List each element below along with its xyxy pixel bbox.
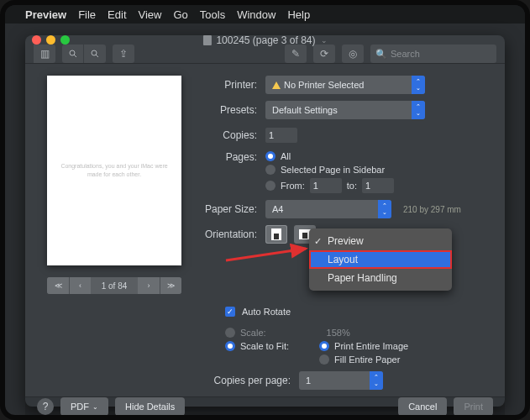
scale-radio[interactable]	[225, 328, 235, 338]
svg-line-4	[226, 249, 306, 260]
check-icon: ✓	[314, 236, 322, 247]
system-menubar: Preview File Edit View Go Tools Window H…	[5, 5, 525, 24]
cancel-button[interactable]: Cancel	[398, 397, 447, 416]
fill-paper-radio[interactable]	[319, 354, 329, 365]
printer-popup[interactable]: No Printer Selected	[265, 76, 425, 94]
pages-label: Pages:	[198, 151, 265, 163]
zoom-button[interactable]	[60, 35, 70, 45]
app-name[interactable]: Preview	[25, 8, 66, 21]
print-dialog: 100245 (page 3 of 84) ⌄ ▥ ⇪ ✎ ⟳ ◎ 🔍 Sear…	[25, 35, 505, 407]
copies-per-page-popup[interactable]: 1	[299, 371, 383, 390]
paper-size-value: A4	[272, 204, 283, 214]
section-menu: ✓ Preview Layout Paper Handling	[309, 228, 452, 291]
pages-selected-radio[interactable]	[265, 165, 275, 175]
paper-size-label: Paper Size:	[198, 203, 265, 215]
print-entire-radio[interactable]	[319, 341, 329, 351]
copies-label: Copies:	[198, 129, 265, 141]
pages-from-field[interactable]: 1	[310, 178, 342, 193]
page-indicator: 1 of 84	[91, 281, 138, 291]
pages-from-label: From:	[281, 181, 305, 191]
menu-item-layout[interactable]: Layout	[309, 250, 452, 269]
zoom-out-button[interactable]	[62, 45, 84, 63]
orientation-portrait-button[interactable]	[265, 225, 287, 244]
pdf-button[interactable]: PDF⌄	[60, 397, 108, 416]
presets-value: Default Settings	[272, 105, 338, 115]
title-dropdown-icon[interactable]: ⌄	[321, 36, 328, 45]
search-input[interactable]: 🔍 Search	[370, 45, 496, 63]
pages-to-label: to:	[347, 181, 357, 191]
fill-paper-label: Fill Entire Paper	[334, 354, 400, 365]
dialog-footer: ? PDF⌄ Hide Details Cancel Print	[25, 396, 505, 416]
document-icon	[202, 35, 211, 45]
rotate-button[interactable]: ⟳	[313, 45, 335, 63]
menu-file[interactable]: File	[78, 8, 96, 21]
menu-help[interactable]: Help	[287, 8, 310, 21]
pages-range-radio[interactable]	[265, 181, 275, 191]
minimize-button[interactable]	[46, 35, 55, 45]
copies-per-page-label: Copies per page:	[198, 375, 299, 386]
print-entire-label: Print Entire Image	[334, 341, 408, 351]
search-placeholder: Search	[391, 49, 420, 59]
printer-value: No Printer Selected	[284, 80, 364, 90]
print-button[interactable]: Print	[454, 397, 493, 416]
menu-tools[interactable]: Tools	[200, 8, 225, 21]
prev-page-button[interactable]: ‹	[69, 277, 91, 294]
svg-line-3	[96, 55, 98, 57]
page-content-text: Congratulations, you and your iMac were …	[55, 162, 173, 179]
toolbar: ▥ ⇪ ✎ ⟳ ◎ 🔍 Search	[25, 45, 505, 64]
next-page-button[interactable]: ›	[138, 277, 160, 294]
search-icon: 🔍	[375, 49, 387, 60]
menu-go[interactable]: Go	[173, 8, 187, 21]
help-button[interactable]: ?	[37, 398, 54, 415]
menu-window[interactable]: Window	[237, 8, 275, 21]
printer-label: Printer:	[198, 79, 265, 91]
first-page-button[interactable]: ≪	[47, 277, 69, 294]
orientation-label: Orientation:	[198, 228, 265, 240]
pages-selected-label: Selected Page in Sidebar	[281, 165, 385, 175]
pages-all-label: All	[281, 151, 291, 161]
svg-line-1	[74, 55, 76, 57]
pages-to-field[interactable]: 1	[362, 178, 394, 193]
print-preview-page: Congratulations, you and your iMac were …	[47, 76, 181, 265]
presets-popup[interactable]: Default Settings	[265, 101, 425, 119]
page-navigator: ≪ ‹ 1 of 84 › ≫	[47, 277, 181, 294]
close-button[interactable]	[32, 35, 41, 45]
portrait-icon	[271, 228, 281, 240]
warning-icon	[272, 81, 281, 89]
menu-item-paper-handling[interactable]: Paper Handling	[309, 269, 452, 287]
pages-all-radio[interactable]	[265, 151, 275, 161]
zoom-in-button[interactable]	[84, 45, 106, 63]
presets-label: Presets:	[198, 104, 265, 116]
last-page-button[interactable]: ≫	[160, 277, 181, 294]
hide-details-button[interactable]: Hide Details	[115, 397, 185, 416]
menu-item-preview[interactable]: ✓ Preview	[309, 232, 452, 250]
titlebar: 100245 (page 3 of 84) ⌄	[25, 35, 505, 45]
auto-rotate-checkbox[interactable]: ✓	[225, 307, 235, 317]
auto-rotate-label: Auto Rotate	[242, 307, 291, 317]
scale-value: 158%	[327, 328, 350, 338]
paper-dimensions: 210 by 297 mm	[403, 205, 461, 214]
paper-size-popup[interactable]: A4	[265, 200, 391, 218]
edit-button[interactable]: ◎	[342, 45, 364, 63]
menu-view[interactable]: View	[139, 8, 162, 21]
window-title: 100245 (page 3 of 84)	[216, 34, 315, 46]
share-button[interactable]: ⇪	[113, 45, 134, 63]
copies-per-page-value: 1	[306, 375, 311, 386]
scale-label: Scale:	[240, 328, 266, 338]
menu-edit[interactable]: Edit	[108, 8, 126, 21]
scale-to-fit-radio[interactable]	[225, 341, 235, 351]
scale-to-fit-label: Scale to Fit:	[240, 341, 289, 351]
sidebar-view-button[interactable]: ▥	[34, 45, 55, 63]
copies-field[interactable]: 1	[265, 128, 297, 143]
markup-button[interactable]: ✎	[285, 45, 307, 63]
